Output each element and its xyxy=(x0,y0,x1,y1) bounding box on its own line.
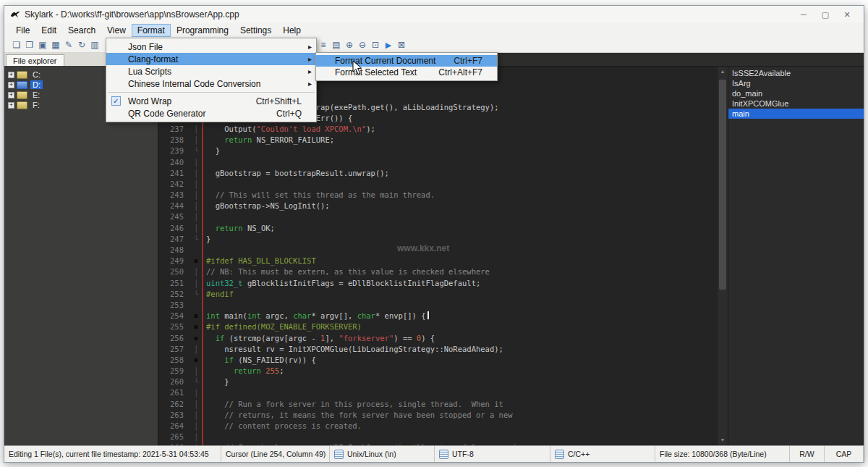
toolbar-symbol-list-button[interactable]: ≡ xyxy=(317,38,330,51)
menu-item-clang-format[interactable]: Clang-format▸ xyxy=(106,53,316,65)
line-number[interactable]: 256 xyxy=(158,333,190,344)
expand-icon[interactable]: + xyxy=(8,92,14,98)
toolbar-zoom-in-button[interactable]: ⊕ xyxy=(343,38,356,51)
code-line[interactable]: 260└ } xyxy=(158,376,717,387)
code-line[interactable]: 237│ Output("Couldn't load XPCOM.\n"); xyxy=(158,124,717,135)
line-number[interactable]: 241 xyxy=(158,168,190,179)
fold-margin-icon[interactable]: │ xyxy=(190,410,202,421)
menu-programming[interactable]: Programming xyxy=(171,24,234,37)
fold-margin-icon[interactable]: ■ xyxy=(190,321,202,332)
fold-margin-icon[interactable]: │ xyxy=(190,124,202,135)
line-number[interactable]: 253 xyxy=(158,300,190,311)
code-line[interactable]: 244│ gBootstrap->NS_LogInit(); xyxy=(158,201,717,211)
menu-edit[interactable]: Edit xyxy=(35,24,62,37)
toolbar-zoom-out-button[interactable]: ⊖ xyxy=(356,38,369,51)
line-number[interactable]: 247 xyxy=(158,234,190,245)
menu-item-format-selected-text[interactable]: Format Selected TextCtrl+Alt+F7 xyxy=(316,67,497,78)
code-line[interactable]: 265│ xyxy=(158,432,717,442)
line-number[interactable]: 252 xyxy=(158,289,190,300)
line-number[interactable]: 240 xyxy=(158,157,190,168)
code-line[interactable]: 242│ xyxy=(158,179,717,190)
tab-file-explorer[interactable]: File explorer xyxy=(6,54,64,66)
fold-margin-icon[interactable]: │ xyxy=(190,421,202,432)
symbol-item-initxpcomglue[interactable]: InitXPCOMGlue xyxy=(728,98,864,109)
line-number[interactable]: 237 xyxy=(158,124,190,135)
toolbar-save-file-button[interactable]: ▣ xyxy=(36,38,49,51)
line-number[interactable]: 251 xyxy=(158,278,190,289)
line-number[interactable]: 238 xyxy=(158,135,190,146)
fold-margin-icon[interactable] xyxy=(190,300,202,311)
fold-margin-icon[interactable]: │ xyxy=(190,399,202,410)
line-number[interactable]: 248 xyxy=(158,245,190,256)
line-number[interactable]: 261 xyxy=(158,387,190,398)
scroll-down-icon[interactable]: ▼ xyxy=(718,435,728,445)
maximize-button[interactable]: ▢ xyxy=(814,7,836,22)
fold-margin-icon[interactable]: │ xyxy=(190,344,202,355)
symbol-item-isarg[interactable]: IsArg xyxy=(728,78,864,88)
line-number[interactable]: 249 xyxy=(158,256,190,266)
fold-margin-icon[interactable]: │ xyxy=(190,201,202,211)
fold-margin-icon[interactable]: │ xyxy=(190,190,202,201)
fold-margin-icon[interactable]: ■ xyxy=(190,256,202,266)
line-number[interactable]: 259 xyxy=(158,366,190,376)
code-line[interactable]: 262│ // Run a fork server in this proces… xyxy=(158,399,717,410)
symbol-item-do-main[interactable]: do_main xyxy=(728,88,864,98)
symbol-item-main[interactable]: main xyxy=(728,109,864,119)
code-line[interactable]: 257│ nsresult rv = InitXPCOMGlue(LibLoad… xyxy=(158,344,717,355)
menu-help[interactable]: Help xyxy=(277,24,307,37)
fold-margin-icon[interactable]: │ xyxy=(190,168,202,179)
expand-icon[interactable]: + xyxy=(8,82,14,88)
code-line[interactable]: 249■#ifdef HAS_DLL_BLOCKLIST xyxy=(158,256,717,266)
vertical-scrollbar[interactable]: ▲ ▼ xyxy=(717,67,728,445)
toolbar-fullscreen-button[interactable]: ⊡ xyxy=(369,38,382,51)
toolbar-save-all-button[interactable]: ▦ xyxy=(49,38,62,51)
code-line[interactable]: 252└#endif xyxy=(158,289,717,300)
fold-margin-icon[interactable]: │ xyxy=(190,157,202,168)
line-number[interactable]: 265 xyxy=(158,432,190,442)
code-line[interactable]: 246│ return NS_OK; xyxy=(158,223,717,234)
fold-margin-icon[interactable]: └ xyxy=(190,146,202,156)
code-line[interactable]: 261│ xyxy=(158,387,717,398)
menu-search[interactable]: Search xyxy=(62,24,101,37)
code-line[interactable]: 250│// NB: This must be extern, as this … xyxy=(158,266,717,277)
fold-margin-icon[interactable]: │ xyxy=(190,179,202,190)
fold-margin-icon[interactable]: ■ xyxy=(190,311,202,321)
fold-margin-icon[interactable]: │ xyxy=(190,135,202,146)
code-line[interactable]: 258■ if (NS_FAILED(rv)) { xyxy=(158,355,717,366)
code-line[interactable]: 253 xyxy=(158,300,717,311)
line-number[interactable]: 243 xyxy=(158,190,190,201)
fold-margin-icon[interactable]: │ xyxy=(190,266,202,277)
minimize-button[interactable]: ─ xyxy=(793,7,814,22)
line-number[interactable]: 244 xyxy=(158,201,190,211)
toolbar-reload-button[interactable]: ↻ xyxy=(75,38,88,51)
fold-margin-icon[interactable]: └ xyxy=(190,376,202,387)
line-number[interactable]: 255 xyxy=(158,321,190,332)
line-number[interactable]: 257 xyxy=(158,344,190,355)
fold-margin-icon[interactable]: └ xyxy=(190,289,202,300)
toolbar-run-button[interactable]: ▶ xyxy=(382,38,395,51)
line-number[interactable]: 242 xyxy=(158,179,190,190)
menu-view[interactable]: View xyxy=(101,24,132,37)
fold-margin-icon[interactable]: ■ xyxy=(190,355,202,366)
menu-item-format-current-document[interactable]: Format Current DocumentCtrl+F7 xyxy=(316,55,497,67)
fold-margin-icon[interactable]: │ xyxy=(190,442,202,445)
menu-file[interactable]: File xyxy=(10,24,35,37)
line-number[interactable]: 260 xyxy=(158,376,190,387)
menu-item-chinese-internal-code-conversion[interactable]: Chinese Internal Code Conversion▸ xyxy=(106,77,316,90)
toolbar-new-file-button[interactable]: ❏ xyxy=(10,38,23,51)
code-line[interactable]: 264│ // content process is created. xyxy=(158,421,717,432)
line-number[interactable]: 246 xyxy=(158,223,190,234)
menu-settings[interactable]: Settings xyxy=(234,24,277,37)
line-number[interactable]: 239 xyxy=(158,146,190,156)
menu-format[interactable]: Format xyxy=(132,24,171,37)
code-line[interactable]: 241│ gBootstrap = bootstrapResult.unwrap… xyxy=(158,168,717,179)
code-line[interactable]: 240│ xyxy=(158,157,717,168)
toolbar-open-file-button[interactable]: ❒ xyxy=(23,38,36,51)
fold-margin-icon[interactable]: ■ xyxy=(190,333,202,344)
line-number[interactable]: 245 xyxy=(158,211,190,222)
code-line[interactable]: 259│ return 255; xyxy=(158,366,717,376)
fold-margin-icon[interactable]: │ xyxy=(190,211,202,222)
fold-margin-icon[interactable]: │ xyxy=(190,223,202,234)
code-line[interactable]: 239└ } xyxy=(158,146,717,156)
code-line[interactable]: 243│ // This will set this thread as the… xyxy=(158,190,717,201)
